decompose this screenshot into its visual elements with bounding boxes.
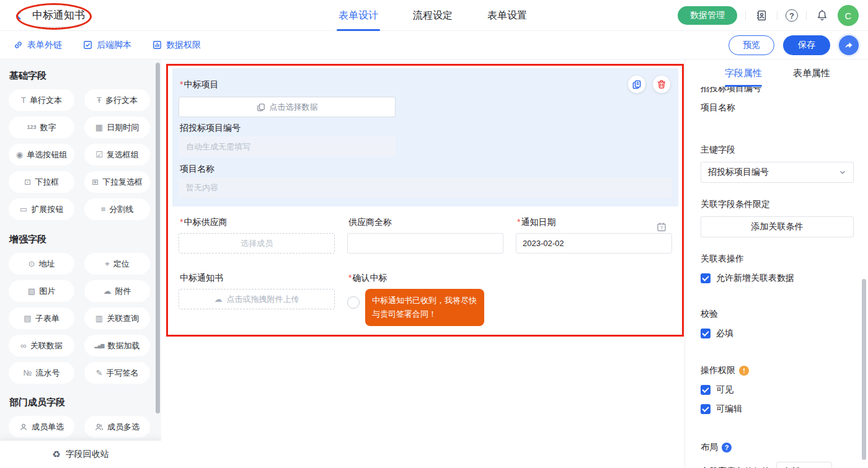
field-pill-serial-number[interactable]: №流水号 <box>9 362 74 384</box>
relation-query-icon: ▥ <box>95 314 103 322</box>
field-pill-radio-group[interactable]: ◉单选按钮组 <box>9 144 74 166</box>
link-table-label: 关联表操作 <box>701 254 854 265</box>
field-pill-datetime[interactable]: ▦日期时间 <box>84 117 150 138</box>
allow-add-linked-data-option: 允许新增关联表数据 <box>701 273 854 284</box>
prop-item-project-name: 项目名称 <box>701 102 854 113</box>
extend-button-icon: ▭ <box>20 205 27 213</box>
confirm-radio[interactable] <box>347 296 360 309</box>
copy-field-button[interactable] <box>628 76 645 93</box>
supplier-field[interactable]: *中标供应商 <box>179 217 335 254</box>
tab-field-properties[interactable]: 字段属性 <box>725 60 762 87</box>
help-icon[interactable]: ? <box>786 9 798 22</box>
form-external-link[interactable]: 表单外链 <box>14 40 62 51</box>
field-width-select[interactable]: 全部 <box>776 462 832 468</box>
checkbox-checked[interactable] <box>701 385 711 395</box>
field-pill-address[interactable]: ⊙地址 <box>9 253 74 275</box>
single-line-text-icon: T <box>21 96 26 104</box>
data-load-icon: ▂▄▆ <box>95 343 104 348</box>
back-icon[interactable] <box>11 8 26 23</box>
tab-form-setting[interactable]: 表单设置 <box>487 0 527 31</box>
panel-scrollbar[interactable] <box>862 279 866 460</box>
tender-project-no-input[interactable] <box>179 136 396 157</box>
attachment-icon: ☁ <box>104 287 112 295</box>
attachment-upload-area[interactable]: ☁ 点击或拖拽附件上传 <box>179 289 335 309</box>
tab-form-design[interactable]: 表单设计 <box>339 0 378 31</box>
field-pill-relation-data[interactable]: ∞关联数据 <box>9 335 74 356</box>
field-recycle-bin[interactable]: ♻ 字段回收站 <box>0 441 161 468</box>
relation-data-icon: ∞ <box>20 342 26 350</box>
confirm-bid-field[interactable]: *确认中标 中标通知书已收到，我将尽快与贵司签署合同！ <box>347 273 589 326</box>
confirm-option-bubble: 中标通知书已收到，我将尽快与贵司签署合同！ <box>365 289 484 326</box>
form-canvas: *中标项目 点击选择数据 招投标项目编号 项目名称 <box>161 60 684 468</box>
data-permission-link[interactable]: 数据权限 <box>153 40 201 51</box>
chevron-down-icon <box>839 169 846 176</box>
link-icon <box>14 40 23 50</box>
primary-key-label: 主键字段 <box>701 144 854 156</box>
supplier-member-picker[interactable] <box>179 233 335 254</box>
field-pill-divider[interactable]: ≡分割线 <box>84 198 150 220</box>
checkbox-checked[interactable] <box>701 404 711 414</box>
field-pill-multi-select[interactable]: ⊞下拉复选框 <box>84 171 150 193</box>
notice-date-field[interactable]: *通知日期 7 <box>516 217 672 254</box>
layout-label: 布局 ? <box>701 442 854 453</box>
field-pill-data-load[interactable]: ▂▄▆数据加载 <box>84 335 150 356</box>
select-data-button[interactable]: 点击选择数据 <box>179 97 396 117</box>
link-condition-label: 关联字段条件限定 <box>701 199 854 210</box>
tender-project-no-label: 招投标项目编号 <box>180 123 241 134</box>
checkbox-checked[interactable] <box>701 329 711 338</box>
preview-button[interactable]: 预览 <box>728 35 774 55</box>
supplier-fullname-input[interactable] <box>347 233 503 254</box>
contact-book-icon[interactable] <box>754 8 769 23</box>
recycle-icon: ♻ <box>52 449 60 460</box>
field-pill-relation-query[interactable]: ▥关联查询 <box>84 307 150 329</box>
field-pill-signature[interactable]: ✎手写签名 <box>84 362 150 384</box>
layout-help-icon[interactable]: ? <box>722 443 732 453</box>
sidebar-scrollbar[interactable] <box>156 63 160 413</box>
divider <box>777 11 777 20</box>
add-link-condition-button[interactable]: 添加关联条件 <box>701 216 854 237</box>
field-pill-multi-line-text[interactable]: Ŧ多行文本 <box>84 89 150 111</box>
save-button[interactable]: 保存 <box>783 35 830 55</box>
delete-field-button[interactable] <box>653 76 670 93</box>
notice-attachment-field[interactable]: 中标通知书 ☁ 点击或拖拽附件上传 <box>179 273 335 326</box>
field-pill-location[interactable]: ⌖定位 <box>84 253 150 275</box>
notification-bell-icon[interactable] <box>815 8 830 23</box>
script-icon <box>83 40 92 50</box>
field-library-sidebar: 基础字段 T单行文本 Ŧ多行文本 123数字 ▦日期时间 ◉单选按钮组 ☑复选框… <box>0 60 161 468</box>
field-pill-subform[interactable]: ▤子表单 <box>9 307 74 329</box>
data-manage-button[interactable]: 数据管理 <box>678 6 737 25</box>
share-button[interactable] <box>839 35 859 55</box>
field-pill-single-line-text[interactable]: T单行文本 <box>9 89 74 111</box>
field-pill-attachment[interactable]: ☁附件 <box>84 280 150 302</box>
field-pill-member-multi[interactable]: 成员多选 <box>84 416 150 438</box>
user-avatar[interactable]: C <box>838 5 859 26</box>
select-icon: ⊡ <box>24 178 31 186</box>
section-title-basic-fields: 基础字段 <box>9 70 161 82</box>
field-pill-select[interactable]: ⊡下拉框 <box>9 171 74 193</box>
divider-icon: ≡ <box>101 205 106 213</box>
subform-icon: ▤ <box>24 314 31 322</box>
project-name-input[interactable] <box>179 177 672 198</box>
checkbox-checked[interactable] <box>701 273 711 283</box>
tab-flow-setting[interactable]: 流程设定 <box>413 0 453 31</box>
required-option: 必填 <box>701 328 854 339</box>
primary-key-select[interactable]: 招投标项目编号 <box>701 162 854 183</box>
properties-panel: 字段属性 表单属性 招投标项目编号 项目名称 主键字段 招投标项目编号 关联字段… <box>684 60 868 468</box>
checkbox-group-icon: ☑ <box>95 151 103 159</box>
form-designer-app: 中标通知书 表单设计 流程设定 表单设置 数据管理 ? <box>0 0 868 468</box>
divider <box>806 11 807 20</box>
backend-script-link[interactable]: 后端脚本 <box>83 40 131 51</box>
field-pill-extend-button[interactable]: ▭扩展按钮 <box>9 198 74 220</box>
field-pill-number[interactable]: 123数字 <box>9 117 74 138</box>
field-pill-member-single[interactable]: 成员单选 <box>9 416 74 438</box>
number-icon: 123 <box>27 125 36 130</box>
field-pill-image[interactable]: ▧图片 <box>9 280 74 302</box>
notice-date-input[interactable] <box>516 233 672 254</box>
operation-permission-label: 操作权限 ! <box>701 365 854 376</box>
selected-field-winning-project[interactable]: *中标项目 点击选择数据 招投标项目编号 项目名称 <box>172 68 678 206</box>
supplier-fullname-field[interactable]: 供应商全称 <box>347 217 503 254</box>
tab-form-properties[interactable]: 表单属性 <box>793 60 830 87</box>
field-pill-checkbox-group[interactable]: ☑复选框组 <box>84 144 150 166</box>
page-title[interactable]: 中标通知书 <box>32 8 85 23</box>
datetime-icon: ▦ <box>95 123 103 131</box>
